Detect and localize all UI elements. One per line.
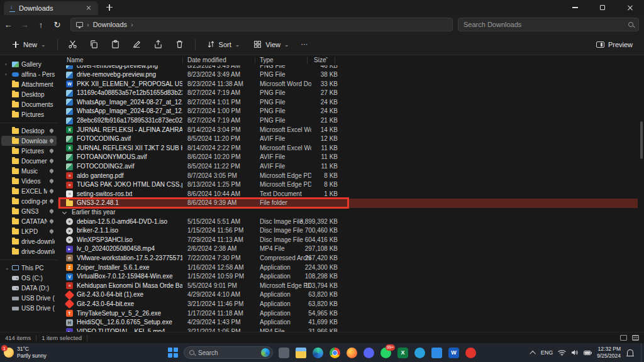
file-row-gns3-2-2-48-1[interactable]: GNS3-2.2.48.18/6/2024 9:39 AMFile folder bbox=[58, 199, 638, 208]
sidebar-item-desktop[interactable]: ›Desktop bbox=[1, 89, 57, 99]
breadcrumb[interactable]: Downloads bbox=[93, 21, 127, 28]
taskbar-icon-word[interactable] bbox=[448, 348, 459, 358]
file-row-virtualbox-7-0-12-159484-win-exe[interactable]: VirtualBox-7.0.12-159484-Win.exe1/15/202… bbox=[58, 272, 638, 282]
column-divider[interactable] bbox=[335, 57, 335, 64]
file-row-briker-2-1-1-iso[interactable]: briker-2.1.1.iso1/15/2024 11:56 PMDisc I… bbox=[58, 226, 638, 236]
preview-toggle[interactable]: Preview bbox=[591, 38, 638, 52]
taskbar-icon-discord[interactable] bbox=[364, 348, 374, 358]
file-row-whatsapp-image-2024-08-27-at-12-49-59-346[interactable]: WhatsApp_Image_2024-08-27_at_12.49.59_34… bbox=[58, 97, 638, 107]
file-row-tinytakesetup-v-5-2-26-exe[interactable]: TinyTakeSetup_v_5_2_26.exe1/17/2024 11:1… bbox=[58, 309, 638, 318]
sidebar-item-desktop[interactable]: ›Desktop bbox=[1, 126, 57, 136]
more-options-button[interactable]: ⋯ bbox=[297, 40, 313, 48]
show-desktop-button[interactable] bbox=[641, 343, 643, 362]
column-divider[interactable] bbox=[255, 57, 255, 64]
file-row-fotoanonymous-avif[interactable]: FOTOANONYMOUS.avif8/6/2024 10:20 PMAVIF … bbox=[58, 153, 638, 162]
file-row-git-2-43-0-64-bit-exe[interactable]: Git-2.43.0-64-bit.exe3/21/2024 11:46 PMA… bbox=[58, 299, 638, 309]
file-row-pkk-xii-elemen-2-proposal-usaha-docx[interactable]: PKK XII_ELEMEN_2_PROPOSAL USAHA.docx8/23… bbox=[58, 79, 638, 89]
sidebar-item-excel-ma[interactable]: ›EXCEL MA bbox=[1, 186, 57, 196]
taskbar-icon-telegram[interactable] bbox=[414, 348, 425, 358]
paste-button[interactable] bbox=[106, 36, 125, 53]
taskbar-icon-vscode[interactable] bbox=[431, 348, 442, 358]
battery-icon[interactable] bbox=[584, 351, 592, 355]
file-row-winxpsp3ahci-iso[interactable]: WinXPSP3AHCI.iso7/29/2024 11:13 AMDisc I… bbox=[58, 235, 638, 244]
cut-button[interactable] bbox=[64, 36, 82, 53]
file-row-kehidupan-ekonomi-di-masa-orde-baru-pdf[interactable]: Kehidupan Ekonomi Di Masa Orde Baru.pdf5… bbox=[58, 281, 638, 290]
up-button[interactable]: ↑ bbox=[33, 20, 49, 30]
sidebar-item-gns3[interactable]: ›GNS3 bbox=[1, 206, 57, 216]
sidebar-item-pictures[interactable]: ›Pictures bbox=[1, 109, 57, 119]
file-row-fotocoding-avif[interactable]: FOTOCODING.avif8/5/2024 11:20 PMAVIF Fil… bbox=[58, 134, 638, 144]
sidebar-item-alfina-perso[interactable]: ›alfina - Perso bbox=[1, 69, 57, 79]
maximize-button[interactable] bbox=[589, 0, 616, 15]
vertical-scrollbar[interactable] bbox=[640, 68, 643, 326]
file-row-28ebc692fb916a175895331c873ec02c-removeb[interactable]: 28ebc692fb916a175895331c873ec02c-removeb… bbox=[58, 116, 638, 126]
column-date-modified[interactable]: Date modified bbox=[187, 57, 226, 63]
language-indicator[interactable]: ENG bbox=[541, 349, 553, 356]
sidebar-item-pictures[interactable]: ›Pictures bbox=[1, 146, 57, 156]
new-tab-button[interactable] bbox=[104, 3, 114, 13]
taskbar-icon-opera[interactable] bbox=[465, 348, 476, 358]
scrollbar-thumb[interactable] bbox=[640, 121, 643, 159]
file-row-whatsapp-image-2024-08-27-at-12-49-59-346[interactable]: WhatsApp_Image_2024-08-27_at_12.49.59_34… bbox=[58, 107, 638, 116]
file-row-drive-removebg-preview-png[interactable]: drive-removebg-preview.png8/23/2024 3:49… bbox=[58, 70, 638, 80]
file-row-video-tutorial-kel-5-mp4[interactable]: VIDEO TUTORIAL - KEL 5.mp43/21/2024 1:05… bbox=[58, 327, 638, 332]
chevron-icon[interactable]: ⌄ bbox=[5, 265, 9, 271]
view-button[interactable]: View ⌄ bbox=[248, 37, 294, 52]
sidebar-item-music[interactable]: ›Music bbox=[1, 166, 57, 176]
sidebar-item-this-pc[interactable]: ⌄This PC bbox=[1, 263, 57, 273]
volume-icon[interactable] bbox=[571, 349, 579, 356]
start-button[interactable] bbox=[168, 348, 178, 358]
file-row-aldo-ganteng-pdf[interactable]: aldo ganteng.pdf8/7/2024 3:05 PMMicrosof… bbox=[58, 171, 638, 180]
taskbar-icon-chrome[interactable] bbox=[330, 348, 340, 358]
sidebar-item-drive-downlo[interactable]: ›drive-downlo bbox=[1, 246, 57, 256]
file-row-git-2-43-0-64-bit-1-exe[interactable]: Git-2.43.0-64-bit (1).exe4/29/2024 4:10 … bbox=[58, 290, 638, 300]
tab-downloads[interactable]: Downloads bbox=[4, 1, 98, 15]
rename-button[interactable] bbox=[128, 36, 147, 53]
column-divider[interactable] bbox=[307, 57, 308, 64]
column-type[interactable]: Type bbox=[260, 57, 274, 63]
taskbar-icon-file-explorer[interactable] bbox=[296, 348, 306, 358]
back-button[interactable]: ← bbox=[0, 20, 16, 30]
new-button[interactable]: New ⌄ bbox=[6, 38, 52, 52]
thumbnail-view-button[interactable] bbox=[632, 335, 639, 341]
file-row-vmware-workstation-17-5-2-23775571-exe-tar[interactable]: VMware-workstation-17.5.2-23775571.exe.t… bbox=[58, 253, 638, 263]
clock[interactable]: 12:32 PM 9/25/2024 bbox=[597, 346, 621, 359]
sidebar-item-data-d[interactable]: ›DATA (D:) bbox=[1, 283, 57, 293]
file-row-debian-12-5-0-amd64-dvd-1-iso[interactable]: debian-12.5.0-amd64-DVD-1.iso5/15/2024 5… bbox=[58, 217, 638, 226]
sidebar-item-attachment[interactable]: ›Attachment bbox=[1, 79, 57, 89]
close-button[interactable] bbox=[616, 0, 644, 15]
details-view-button[interactable] bbox=[620, 335, 627, 341]
sidebar-item-videos[interactable]: ›Videos bbox=[1, 176, 57, 186]
column-divider[interactable] bbox=[182, 57, 183, 64]
sidebar-item-os-c[interactable]: ›OS (C:) bbox=[1, 273, 57, 283]
address-bar[interactable]: › Downloads › bbox=[70, 18, 453, 31]
taskbar-icon-excel[interactable] bbox=[397, 348, 408, 358]
column-name[interactable]: Name bbox=[67, 57, 84, 63]
wifi-icon[interactable] bbox=[558, 349, 566, 356]
taskbar-icon-whatsapp[interactable]: 99+ bbox=[380, 348, 391, 358]
tray-overflow-icon[interactable] bbox=[530, 350, 536, 356]
sidebar-item-documents[interactable]: ›Documents bbox=[1, 99, 57, 109]
share-button[interactable] bbox=[149, 36, 168, 53]
sidebar-item-drive-downlo[interactable]: ›drive-downlo bbox=[1, 236, 57, 246]
file-row-13169c4a08853a57e12b51655d83b22d-remove[interactable]: 13169c4a08853a57e12b51655d83b22d-remove.… bbox=[58, 89, 638, 98]
minimize-button[interactable] bbox=[561, 0, 589, 15]
sort-button[interactable]: Sort ⌄ bbox=[201, 37, 246, 52]
search-input[interactable]: Search Downloads bbox=[458, 18, 639, 31]
weather-widget[interactable]: 1 31°C Partly sunny bbox=[4, 346, 47, 359]
sidebar-item-coding-pr[interactable]: ›coding-pr bbox=[1, 196, 57, 206]
delete-button[interactable] bbox=[170, 36, 189, 53]
taskbar-icon-firefox[interactable] bbox=[347, 348, 357, 358]
file-row-fotocoding2-avif[interactable]: FOTOCODING2.avif8/5/2024 11:22 PMAVIF Fi… bbox=[58, 162, 638, 172]
chevron-icon[interactable]: › bbox=[5, 62, 9, 67]
sidebar-item-usb-drive-e[interactable]: ›USB Drive (E bbox=[1, 303, 57, 313]
group-header-earlier-this-year[interactable]: Earlier this year bbox=[58, 208, 638, 217]
taskbar-icon-edge[interactable] bbox=[313, 348, 323, 358]
refresh-button[interactable]: ↻ bbox=[49, 20, 65, 30]
collapse-chevron-icon[interactable] bbox=[62, 209, 67, 214]
forward-button[interactable]: → bbox=[16, 20, 33, 30]
sidebar-item-documen[interactable]: ›Documen bbox=[1, 156, 57, 166]
file-row-tugas-pak-joko-html-dan-css-pdf[interactable]: TUGAS PAK JOKO HTML DAN CSS.pdf8/13/2024… bbox=[58, 180, 638, 190]
chevron-icon[interactable]: › bbox=[5, 72, 9, 77]
sidebar-item-download[interactable]: ›Download bbox=[1, 136, 57, 146]
